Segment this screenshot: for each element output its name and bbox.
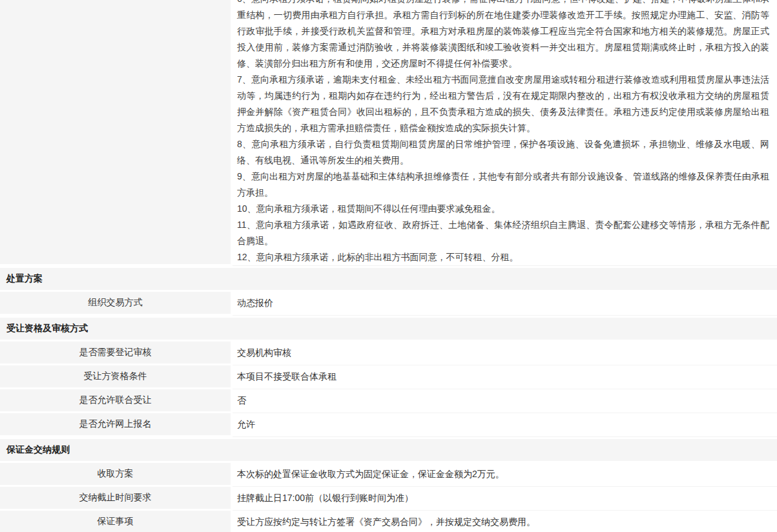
clause-value-cell: 6、意向承租方须承诺，租赁期间如对租赁房屋进行装修，需征得出租方书面同意，但不得… (233, 0, 777, 266)
row-label: 是否允许网上报名 (0, 413, 233, 437)
row-value: 交易机构审核 (233, 342, 777, 365)
row-label: 受让方资格条件 (0, 365, 233, 389)
row-value: 挂牌截止日17:00前（以银行到账时间为准） (233, 487, 777, 511)
table-row-trade-method: 组织交易方式 动态报价 (0, 292, 777, 316)
section-header-deposit-rules: 保证金交纳规则 (0, 439, 777, 461)
row-value: 动态报价 (233, 292, 777, 316)
row-label: 交纳截止时间要求 (0, 487, 233, 511)
clause-label-cell (0, 0, 233, 266)
row-value: 本项目不接受联合体承租 (233, 365, 777, 389)
clause-item-9: 9、意向出租方对房屋的地基基础和主体结构承担维修责任，其他专有部分或者共有部分设… (237, 169, 769, 201)
table-row-guarantee-matters: 保证事项 受让方应按约定与转让方签署《资产交易合同》，并按规定交纳交易费用。 (0, 511, 777, 532)
section-title: 保证金交纳规则 (6, 444, 70, 456)
table-row-collection-plan: 收取方案 本次标的处置保证金收取方式为固定保证金，保证金金额为2万元。 (0, 463, 777, 487)
clause-row: 6、意向承租方须承诺，租赁期间如对租赁房屋进行装修，需征得出租方书面同意，但不得… (0, 0, 777, 266)
table-row-transferee-conditions: 受让方资格条件 本项目不接受联合体承租 (0, 365, 777, 389)
table-row-online-signup: 是否允许网上报名 允许 (0, 413, 777, 437)
clause-item-6: 6、意向承租方须承诺，租赁期间如对租赁房屋进行装修，需征得出租方书面同意，但不得… (237, 0, 769, 72)
table-row-registration-review: 是否需要登记审核 交易机构审核 (0, 342, 777, 365)
row-value: 允许 (233, 413, 777, 437)
section-header-disposal-plan: 处置方案 (0, 268, 777, 290)
row-label: 是否允许联合受让 (0, 389, 233, 413)
clause-item-7: 7、意向承租方须承诺，逾期未支付租金、未经出租方书面同意擅自改变房屋用途或转租分… (237, 72, 769, 136)
section-header-transferee-qualification: 受让资格及审核方式 (0, 318, 777, 340)
clause-item-12: 12、意向承租方须承诺，此标的非出租方书面同意，不可转租、分租。 (237, 249, 769, 265)
row-label: 收取方案 (0, 463, 233, 487)
clause-paragraph: 6、意向承租方须承诺，租赁期间如对租赁房屋进行装修，需征得出租方书面同意，但不得… (237, 0, 769, 265)
clause-item-11: 11、意向承租方须承诺，如遇政府征收、政府拆迁、土地储备、集体经济组织自主腾退、… (237, 217, 769, 249)
row-value: 本次标的处置保证金收取方式为固定保证金，保证金金额为2万元。 (233, 463, 777, 487)
clause-item-10: 10、意向承租方须承诺，租赁期间不得以任何理由要求减免租金。 (237, 201, 769, 217)
asset-lease-detail-page: 6、意向承租方须承诺，租赁期间如对租赁房屋进行装修，需征得出租方书面同意，但不得… (0, 0, 777, 532)
row-label: 组织交易方式 (0, 292, 233, 316)
table-row-payment-deadline: 交纳截止时间要求 挂牌截止日17:00前（以银行到账时间为准） (0, 487, 777, 511)
table-row-joint-transfer: 是否允许联合受让 否 (0, 389, 777, 413)
row-label: 保证事项 (0, 511, 233, 532)
row-value: 受让方应按约定与转让方签署《资产交易合同》，并按规定交纳交易费用。 (233, 511, 777, 532)
section-title: 处置方案 (6, 273, 43, 285)
row-label: 是否需要登记审核 (0, 342, 233, 365)
section-title: 受让资格及审核方式 (6, 323, 88, 334)
row-value: 否 (233, 389, 777, 413)
clause-item-8: 8、意向承租方须承诺，自行负责租赁期间租赁房屋的日常维护管理，保护各项设施、设备… (237, 136, 769, 169)
